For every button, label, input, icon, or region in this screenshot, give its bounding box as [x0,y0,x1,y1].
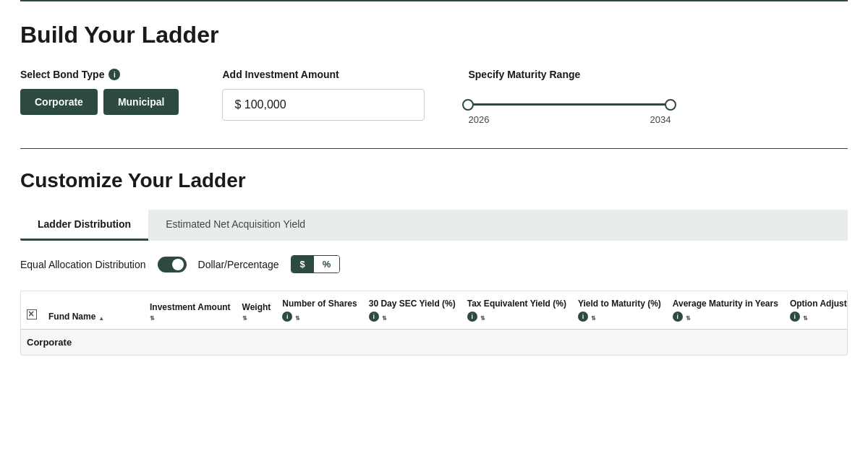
select-all-th [21,291,43,330]
weight-sort[interactable]: ⇅ [242,315,247,322]
customize-ladder-section: Customize Your Ladder Ladder Distributio… [20,149,848,356]
bond-type-label: Select Bond Type i [20,69,179,80]
investment-amount-sort[interactable]: ⇅ [150,315,155,322]
page-title: Build Your Ladder [20,22,848,48]
investment-amount-th: Investment Amount ⇅ [144,291,237,330]
dollar-button[interactable]: $ [292,256,314,273]
dollar-pct-toggle: $ % [291,255,341,273]
percent-button[interactable]: % [314,256,340,273]
yield-maturity-info-icon[interactable]: i [578,312,588,322]
build-ladder-section: Build Your Ladder Select Bond Type i Cor… [20,0,848,148]
slider-thumb-left[interactable] [462,99,474,111]
customize-title: Customize Your Ladder [20,169,848,192]
yield-maturity-sort[interactable]: ⇅ [591,315,596,322]
tax-equiv-info-icon[interactable]: i [467,312,477,322]
30-day-sec-th: 30 Day SEC Yield (%) i ⇅ [363,291,461,330]
dollar-pct-label: Dollar/Percentage [198,259,279,270]
investment-input-wrapper [222,89,425,121]
investment-amount-group: Add Investment Amount [222,69,425,121]
investment-label: Add Investment Amount [222,69,425,80]
avg-maturity-sort[interactable]: ⇅ [686,315,691,322]
bond-type-group: Select Bond Type i Corporate Municipal [20,69,179,115]
shares-sort[interactable]: ⇅ [295,315,300,322]
slider-start-year: 2026 [468,114,489,125]
tax-equivalent-th: Tax Equivalent Yield (%) i ⇅ [461,291,572,330]
avg-maturity-th: Average Maturity in Years i ⇅ [667,291,784,330]
toggle-row: Equal Allocation Distribution Dollar/Per… [20,255,848,273]
slider-labels: 2026 2034 [468,114,671,125]
bond-type-info-icon[interactable]: i [109,69,120,80]
option-adjusted-th: Option Adjusted Duration (years) i ⇅ [784,291,848,330]
slider-thumb-right[interactable] [665,99,676,111]
30day-sort[interactable]: ⇅ [382,315,387,322]
option-adj-info-icon[interactable]: i [790,312,800,322]
tab-ladder-distribution[interactable]: Ladder Distribution [20,210,148,241]
number-of-shares-th: Number of Shares i ⇅ [276,291,362,330]
slider-end-year: 2034 [650,114,671,125]
tabs-container: Ladder Distribution Estimated Net Acquis… [20,210,848,241]
equal-allocation-label: Equal Allocation Distribution [20,259,146,270]
fund-name-sort[interactable]: ▲ [98,315,104,322]
table-container: Fund Name ▲ Investment Amount ⇅ [20,291,848,356]
investment-input[interactable] [222,89,425,121]
avg-maturity-info-icon[interactable]: i [673,312,683,322]
tax-equiv-sort[interactable]: ⇅ [480,315,485,322]
weight-th: Weight ⇅ [237,291,277,330]
slider-filled [468,103,671,106]
option-adj-sort[interactable]: ⇅ [803,315,808,322]
maturity-slider-container: 2026 2034 [468,95,671,125]
corporate-group-label: Corporate [21,330,848,356]
corporate-group-row: Corporate [21,330,848,356]
bond-type-buttons: Corporate Municipal [20,89,179,115]
table-header-row: Fund Name ▲ Investment Amount ⇅ [21,291,848,330]
select-all-checkbox[interactable] [27,309,37,319]
tab-estimated-net[interactable]: Estimated Net Acquisition Yield [148,210,323,241]
shares-info-icon[interactable]: i [282,312,292,322]
build-controls: Select Bond Type i Corporate Municipal A… [20,69,848,125]
ladder-table: Fund Name ▲ Investment Amount ⇅ [21,291,848,355]
equal-allocation-toggle[interactable] [158,257,187,273]
maturity-label: Specify Maturity Range [468,69,848,80]
slider-track [468,103,671,106]
maturity-range-group: Specify Maturity Range 2026 2034 [468,69,848,125]
fund-name-th: Fund Name ▲ [43,291,144,330]
30day-info-icon[interactable]: i [369,312,379,322]
toggle-slider [158,257,187,273]
corporate-button[interactable]: Corporate [20,89,98,115]
yield-to-maturity-th: Yield to Maturity (%) i ⇅ [572,291,667,330]
municipal-button[interactable]: Municipal [103,89,179,115]
